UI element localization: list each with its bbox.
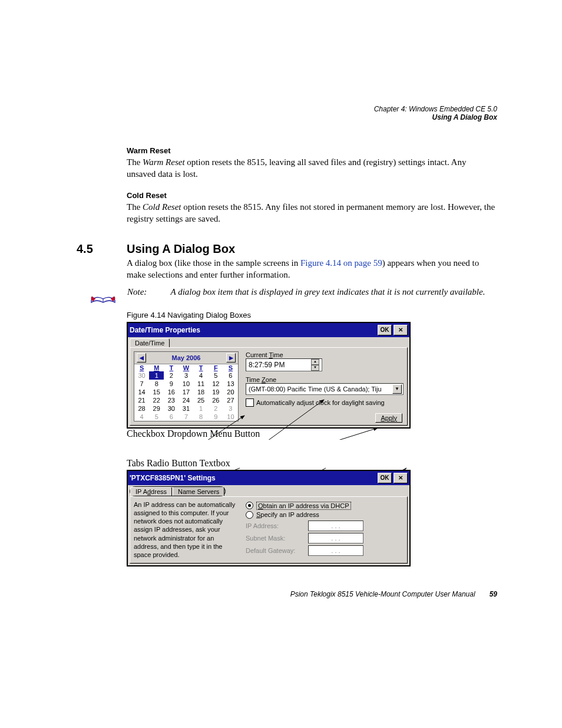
calendar-day[interactable]: 3 (178, 371, 193, 380)
calendar-day[interactable]: 1 (149, 371, 164, 380)
callout-radio: Radio Button (147, 458, 197, 468)
calendar-day[interactable]: 5 (149, 413, 164, 421)
calendar-day[interactable]: 2 (209, 404, 223, 413)
timezone-label: Time Zone (246, 376, 404, 383)
calendar-day[interactable]: 25 (194, 396, 209, 404)
network-settings-dialog: 'PTXCF8385PN1' Settings OK ✕ IP Address … (127, 470, 411, 566)
calendar-day[interactable]: 30 (134, 371, 149, 380)
time-input[interactable]: 8:27:59 PM ▲ ▼ (246, 358, 322, 371)
calendar-day[interactable]: 3 (223, 404, 238, 413)
calendar-day[interactable]: 24 (178, 396, 193, 404)
ok-button[interactable]: OK (378, 473, 392, 483)
default-gateway-input[interactable]: . . . (308, 545, 363, 556)
dialog-title: 'PTXCF8385PN1' Settings (130, 474, 216, 482)
dst-checkbox[interactable] (246, 398, 254, 407)
calendar-day[interactable]: 27 (223, 396, 238, 404)
subnet-mask-input[interactable]: . . . (308, 533, 363, 543)
subnet-mask-label: Subnet Mask: (246, 535, 305, 542)
calendar-dow: T (164, 364, 178, 371)
calendar-day[interactable]: 20 (223, 388, 238, 396)
calendar-dow: T (194, 364, 209, 371)
page-number: 59 (490, 590, 497, 598)
callout-tabs: Tabs (127, 458, 144, 468)
footer-title: Psion Teklogix 8515 Vehicle-Mount Comput… (290, 590, 475, 598)
warm-reset-text: The Warm Reset option resets the 8515, l… (127, 156, 497, 180)
calendar-day[interactable]: 26 (209, 396, 223, 404)
calendar-day[interactable]: 10 (178, 380, 193, 388)
tabs-callout-circle: IP Address Name Servers (130, 486, 226, 496)
calendar-day[interactable]: 28 (134, 404, 149, 413)
date-time-dialog: Date/Time Properties OK ✕ Date/Time ◀ Ma… (127, 322, 411, 429)
calendar-day[interactable]: 30 (164, 404, 178, 413)
calendar-day[interactable]: 21 (134, 396, 149, 404)
calendar-day[interactable]: 7 (178, 413, 193, 421)
calendar-day[interactable]: 22 (149, 396, 164, 404)
calendar-day[interactable]: 29 (149, 404, 164, 413)
figure-link[interactable]: Figure 4.14 on page 59 (300, 258, 382, 268)
dialog-title: Date/Time Properties (130, 326, 200, 334)
calendar-prev-button[interactable]: ◀ (137, 353, 146, 363)
calendar-day[interactable]: 8 (194, 413, 209, 421)
radio-dhcp[interactable] (246, 502, 253, 509)
calendar-day[interactable]: 1 (194, 404, 209, 413)
cold-reset-heading: Cold Reset (127, 191, 497, 200)
radio-specify[interactable] (246, 511, 253, 519)
calendar-day[interactable]: 9 (209, 413, 223, 421)
ip-address-input[interactable]: . . . (308, 521, 363, 531)
calendar-day[interactable]: 23 (164, 396, 178, 404)
calendar-day[interactable]: 4 (194, 371, 209, 380)
callout-dropdown: Dropdown Menu (167, 429, 232, 439)
close-button[interactable]: ✕ (394, 325, 408, 335)
calendar-dow: M (149, 364, 164, 371)
tab-date-time[interactable]: Date/Time (130, 338, 170, 347)
time-spin-down[interactable]: ▼ (311, 365, 319, 371)
time-spin-up[interactable]: ▲ (311, 359, 319, 365)
calendar-day[interactable]: 12 (209, 380, 223, 388)
calendar-day[interactable]: 19 (209, 388, 223, 396)
calendar-next-button[interactable]: ▶ (226, 353, 236, 363)
calendar-day[interactable]: 6 (223, 371, 238, 380)
calendar-day[interactable]: 8 (149, 380, 164, 388)
header-chapter: Chapter 4: Windows Embedded CE 5.0 (374, 105, 497, 113)
calendar-day[interactable]: 17 (178, 388, 193, 396)
calendar-dow: S (134, 364, 149, 371)
calendar-day[interactable]: 16 (164, 388, 178, 396)
calendar-day[interactable]: 6 (164, 413, 178, 421)
note-book-icon (90, 287, 117, 305)
tab-name-servers[interactable]: Name Servers (173, 487, 224, 496)
ip-address-label: IP Address: (246, 522, 305, 529)
calendar-day[interactable]: 5 (209, 371, 223, 380)
timezone-dropdown[interactable]: (GMT-08:00) Pacific Time (US & Canada); … (246, 383, 404, 395)
section-intro: A dialog box (like those in the sample s… (127, 257, 497, 281)
calendar-day[interactable]: 7 (134, 380, 149, 388)
tab-ip-address[interactable]: IP Address (130, 487, 172, 496)
calendar-dow: W (178, 364, 193, 371)
figure-caption: Figure 4.14 Navigating Dialog Boxes (127, 311, 497, 319)
calendar-dow: S (223, 364, 238, 371)
calendar-month: May 2006 (172, 354, 201, 361)
section-number: 4.5 (77, 242, 127, 256)
current-time-label: Current Time (246, 351, 404, 358)
warm-reset-heading: Warm Reset (127, 146, 497, 155)
calendar-day[interactable]: 31 (178, 404, 193, 413)
callout-checkbox: Checkbox (127, 429, 165, 439)
calendar-day[interactable]: 14 (134, 388, 149, 396)
apply-button[interactable]: Apply (375, 413, 402, 423)
calendar-day[interactable]: 4 (134, 413, 149, 421)
calendar-day[interactable]: 18 (194, 388, 209, 396)
ok-button[interactable]: OK (378, 325, 392, 335)
calendar-day[interactable]: 11 (194, 380, 209, 388)
calendar-day[interactable]: 10 (223, 413, 238, 421)
calendar-day[interactable]: 15 (149, 388, 164, 396)
calendar-dow: F (209, 364, 223, 371)
section-title: Using A Dialog Box (127, 242, 235, 256)
calendar[interactable]: ◀ May 2006 ▶ SMTWTFS30123456789101112131… (134, 351, 239, 421)
calendar-day[interactable]: 13 (223, 380, 238, 388)
calendar-day[interactable]: 9 (164, 380, 178, 388)
close-button[interactable]: ✕ (394, 473, 408, 483)
note-text: Note: A dialog box item that is displaye… (127, 287, 485, 297)
default-gateway-label: Default Gateway: (246, 547, 305, 554)
radio-dhcp-label: Obtain an IP address via DHCP (256, 502, 351, 510)
dropdown-arrow-icon[interactable]: ▼ (392, 384, 402, 394)
calendar-day[interactable]: 2 (164, 371, 178, 380)
